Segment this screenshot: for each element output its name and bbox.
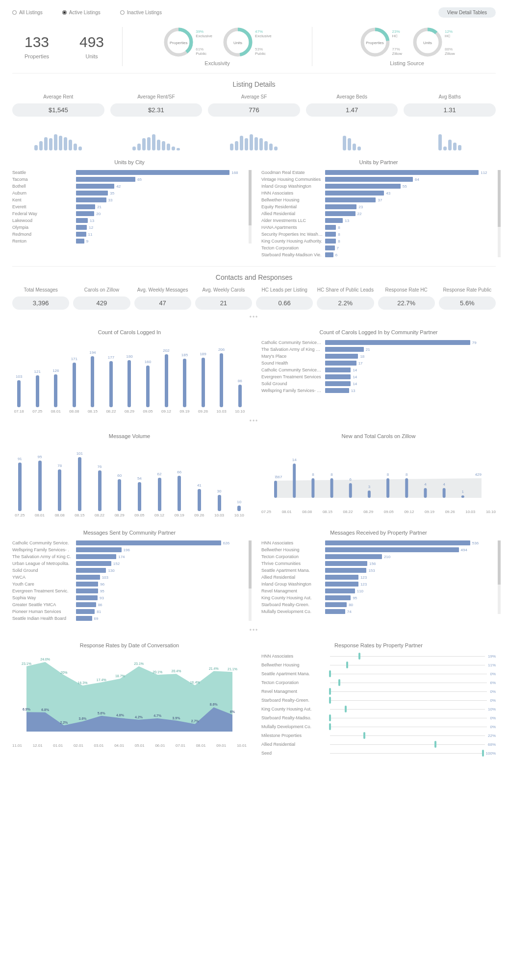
hbar-row: Catholic Community Service.626 — [12, 540, 247, 545]
view-detail-button[interactable]: View Detail Tables — [438, 7, 496, 18]
hbar-row: The Salvation Army of King County21 — [261, 347, 496, 352]
svg-text:16.4%: 16.4% — [190, 681, 200, 684]
hbar-row: Redmond11 — [12, 232, 247, 237]
svg-rect-14 — [386, 478, 389, 498]
radio-all[interactable]: All Listings — [12, 10, 43, 15]
hbar-row: HANA Apartments8 — [261, 225, 496, 230]
hbar-row: Renton9 — [12, 239, 247, 244]
vbar: 19408.15 — [86, 350, 100, 414]
svg-text:8: 8 — [330, 472, 333, 477]
metric: Total Messages3,396 — [12, 287, 69, 310]
hbar-row: Seattle168 — [12, 170, 247, 175]
metric: Avg. Weekly Messages47 — [134, 287, 191, 310]
svg-text:8: 8 — [312, 472, 314, 477]
svg-text:20%: 20% — [60, 671, 67, 674]
new-total-title: New and Total Carols on Zillow — [261, 433, 496, 439]
hbar-row: Thrive Communities156 — [261, 561, 496, 566]
hbar-row: Inland Group Washington55 — [261, 184, 496, 189]
hbar-row: Inland Group Washington123 — [261, 582, 496, 587]
hbar-row: Bothell42 — [12, 184, 247, 189]
ellipsis-icon[interactable]: ••• — [12, 417, 496, 424]
donut: Properties 23%HC77%Zillow — [359, 26, 402, 59]
svg-text:3: 3 — [368, 485, 371, 489]
vbar: 20209.12 — [159, 348, 173, 414]
resp-date-chart: 23.1%24.6%20%16.3%17.4%18.7%23.1%20.1%20… — [12, 653, 247, 741]
svg-rect-15 — [405, 478, 408, 498]
metric: Avg. Weekly Carols21 — [195, 287, 252, 310]
svg-text:21.4%: 21.4% — [209, 667, 219, 670]
svg-text:4: 4 — [443, 482, 445, 487]
svg-text:20.4%: 20.4% — [172, 669, 181, 673]
hbar-row: Sophia Way93 — [12, 595, 247, 600]
metric: Average Rent/SF$2.31 — [110, 94, 203, 117]
sparklines — [12, 123, 496, 150]
svg-text:4: 4 — [424, 482, 427, 487]
svg-text:23.1%: 23.1% — [134, 662, 144, 665]
hbar-row: Bellwether Housing494 — [261, 547, 496, 552]
donut: Units 47%Exclusive53%Public — [222, 26, 272, 59]
units-by-partner-chart: Goodman Real Estate112Vintage Housing Co… — [261, 170, 496, 257]
hbar-row: Catholic Community Services of .14 — [261, 368, 496, 372]
hbar-row: YWCA103 — [12, 575, 247, 580]
source-group: Properties 23%HC77%Zillow Units 12%HC88%… — [318, 26, 496, 66]
metric: Response Rate HC22.7% — [378, 287, 435, 310]
hbar-row: Bellwether Housing37 — [261, 197, 496, 202]
vbar: 4109.26 — [192, 483, 207, 517]
hbar-row: Greater Seattle YMCA86 — [12, 602, 247, 607]
svg-text:3.9%: 3.9% — [172, 716, 180, 720]
svg-rect-9 — [293, 464, 296, 498]
ellipsis-icon[interactable]: ••• — [12, 627, 496, 634]
carols-partner-title: Count of Carols Logged In by Community P… — [261, 329, 496, 335]
svg-rect-16 — [424, 488, 427, 498]
vbar: 10307.18 — [12, 374, 26, 414]
units-by-city-chart: Seattle168Tacoma65Bothell42Auburn35Kent3… — [12, 170, 247, 244]
vbar: 18909.26 — [196, 352, 210, 414]
hbar-row: Revel Managment110 — [261, 588, 496, 593]
metric: Average Rent$1,545 — [12, 94, 104, 117]
metric: Average Beds1.47 — [306, 94, 398, 117]
radio-active[interactable]: Active Listings — [62, 10, 101, 15]
ellipsis-icon[interactable]: ••• — [12, 314, 496, 320]
vbar: 16009.05 — [141, 360, 155, 414]
hbar-row: Sound Health17 — [261, 361, 496, 366]
hbar-row: Starboard Realty-Madison Vie.6 — [261, 252, 496, 257]
vbar: 6609.19 — [172, 470, 187, 517]
svg-text:16.3%: 16.3% — [78, 681, 88, 685]
vbar: 18509.19 — [178, 353, 192, 414]
hbar-row: Seattle Indian Health Board69 — [12, 616, 247, 621]
vbar: 6209.12 — [152, 472, 167, 517]
units-by-city-title: Units by City — [12, 159, 247, 165]
hbar-row: HNN Associates536 — [261, 540, 496, 545]
lollipop-row: Seed100% — [261, 750, 496, 756]
msgs-sent-title: Messages Sent by Community Partner — [12, 530, 247, 536]
svg-rect-8 — [274, 481, 277, 498]
carols-logged-chart: 10307.1812107.2512608.0117108.0819408.15… — [12, 340, 247, 414]
hbar-row: Youth Care96 — [12, 582, 247, 587]
hbar-row: Starboard Realty-Green.80 — [261, 602, 496, 607]
hbar-row: The Salvation Army of King C.174 — [12, 554, 247, 559]
vbar: 8610.10 — [233, 379, 247, 414]
new-total-chart: 714886388441367429 — [261, 444, 496, 508]
svg-rect-12 — [349, 483, 352, 498]
hbar-row: Vintage Housing Communities64 — [261, 177, 496, 182]
vbar: 7608.22 — [92, 465, 107, 517]
hbar-row: Tacoma65 — [12, 177, 247, 182]
hbar-row: Wellspring Family Services- .196 — [12, 547, 247, 552]
svg-text:24.6%: 24.6% — [40, 658, 50, 661]
svg-text:429: 429 — [475, 472, 482, 477]
svg-text:20.1%: 20.1% — [152, 670, 162, 674]
metric: Average SF776 — [208, 94, 300, 117]
svg-rect-18 — [461, 495, 464, 498]
vbar: 12107.25 — [31, 369, 45, 414]
msg-volume-chart: 9107.259508.017808.0810108.157608.226008… — [12, 444, 247, 517]
hbar-row: Catholic Community Services of .79 — [261, 340, 496, 345]
hbar-row: Seattle Apartment Mana.153 — [261, 568, 496, 573]
hbar-row: Allied Residential123 — [261, 575, 496, 580]
lollipop-row: Allied Residential68% — [261, 741, 496, 747]
vbar: 6008.29 — [112, 473, 127, 517]
svg-text:6.9%: 6.9% — [23, 708, 31, 711]
resp-partner-chart: HNN Associates19%Bellwether Housing11%Se… — [261, 653, 496, 756]
svg-text:367: 367 — [276, 475, 282, 479]
svg-text:3.6%: 3.6% — [79, 717, 87, 720]
radio-inactive[interactable]: Inactive Listings — [120, 10, 162, 15]
